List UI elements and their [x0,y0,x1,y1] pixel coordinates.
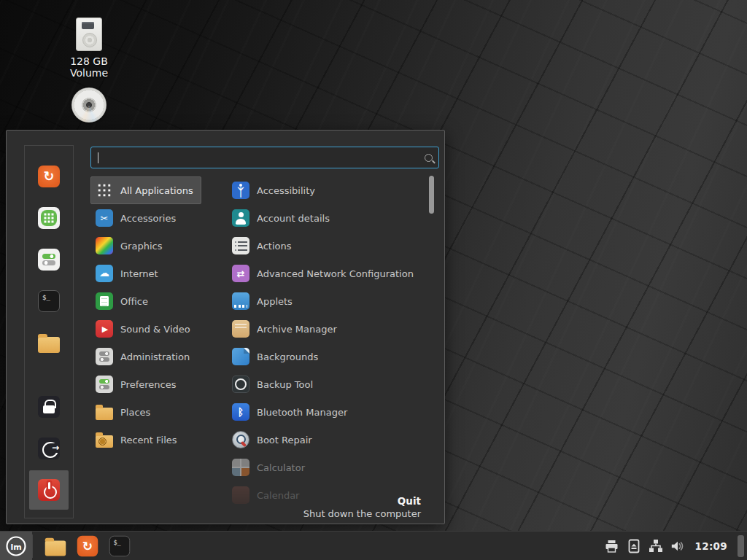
app-label: Calculator [257,462,305,473]
settings-icon [38,249,60,271]
advanced-network-icon [232,265,249,282]
category-label: Office [120,296,148,307]
administration-icon [96,348,113,365]
mint-logo-icon: lm [5,535,27,557]
category-list: All ApplicationsAccessoriesGraphicsInter… [90,176,214,454]
app-item-bluetooth-manager[interactable]: Bluetooth Manager [227,398,355,426]
desktop-wallpaper: 128 GB Volume All ApplicationsAccessorie… [0,0,747,560]
app-item-calendar[interactable]: Calendar [227,481,307,509]
app-item-boot-repair[interactable]: Boot Repair [227,426,320,454]
category-item-all-applications[interactable]: All Applications [90,176,201,204]
application-list: AccessibilityAccount detailsActionsAdvan… [227,176,424,509]
launcher-terminal[interactable] [106,532,133,560]
app-label: Backup Tool [257,379,313,390]
category-label: Preferences [120,379,176,390]
calendar-icon [232,486,249,504]
menu-button[interactable]: lm [0,532,32,560]
lock-icon [38,396,60,418]
category-item-accessories[interactable]: Accessories [90,204,184,232]
applets-icon [232,292,249,310]
search-box[interactable] [90,147,439,168]
category-item-preferences[interactable]: Preferences [90,370,184,398]
logout-icon [38,438,60,459]
sidebar-button-software-manager[interactable] [29,198,69,238]
text-cursor [98,152,98,163]
backup-tool-icon [232,376,249,393]
category-item-administration[interactable]: Administration [90,343,198,370]
app-label: Actions [257,241,292,252]
system-tray: 12:09 [605,535,747,557]
sidebar-button-files[interactable] [29,323,69,362]
quit-block[interactable]: Quit Shut down the computer [303,495,421,519]
search-icon [425,154,433,162]
menu-scrollbar[interactable] [429,176,434,214]
terminal-icon [38,290,60,312]
firefox-icon [77,535,98,556]
category-item-places[interactable]: Places [90,398,158,426]
internet-icon [96,265,113,282]
archive-manager-icon [232,320,249,338]
menu-sidebar [24,145,74,518]
category-label: Recent Files [120,435,177,446]
app-item-actions[interactable]: Actions [227,232,300,260]
calculator-icon [232,459,249,476]
sidebar-button-settings[interactable] [29,240,69,279]
app-label: Archive Manager [257,324,337,335]
sidebar-button-firefox[interactable] [29,157,69,196]
category-item-recent-files[interactable]: Recent Files [90,426,185,454]
sidebar-button-terminal[interactable] [29,281,69,321]
firefox-icon [38,166,60,187]
category-item-sound-video[interactable]: Sound & Video [90,315,198,343]
search-input[interactable] [97,152,425,163]
app-item-backgrounds[interactable]: Backgrounds [227,343,326,370]
app-item-applets[interactable]: Applets [227,287,301,315]
desktop-icon-disc[interactable] [56,88,122,122]
app-label: Bluetooth Manager [257,407,347,418]
app-item-account-details[interactable]: Account details [227,204,338,232]
printer-icon[interactable] [605,539,619,553]
sidebar-button-logout[interactable] [29,429,69,468]
app-label: Applets [257,296,293,307]
graphics-icon [96,237,113,254]
files-icon [38,337,60,353]
svg-text:lm: lm [10,542,21,551]
category-item-graphics[interactable]: Graphics [90,232,170,260]
category-item-office[interactable]: Office [90,287,156,315]
office-icon [96,292,113,310]
category-label: Places [120,407,150,418]
sidebar-button-shutdown[interactable] [29,470,69,510]
volume-icon[interactable] [670,539,685,553]
app-label: Calendar [257,490,299,501]
application-menu: All ApplicationsAccessoriesGraphicsInter… [6,130,445,524]
bluetooth-manager-icon [232,403,249,421]
launcher-firefox[interactable] [74,532,101,560]
removable-media-icon[interactable] [627,539,641,553]
desktop-icon-volume[interactable]: 128 GB Volume [56,18,122,79]
category-item-internet[interactable]: Internet [90,260,166,287]
launcher-files[interactable] [42,532,69,560]
app-item-advanced-network-configuration[interactable]: Advanced Network Configuration [227,260,422,287]
category-label: Administration [120,351,190,362]
category-label: All Applications [120,185,193,196]
app-label: Accessibility [257,185,315,196]
app-label: Advanced Network Configuration [257,268,414,279]
app-label: Backgrounds [257,351,318,362]
app-label: Account details [257,213,330,224]
panel-clock[interactable]: 12:09 [695,540,727,552]
accessories-icon [96,209,113,227]
volume-icon-label: 128 GB Volume [56,55,122,79]
software-manager-icon [38,207,60,229]
app-item-calculator[interactable]: Calculator [227,454,313,481]
app-item-backup-tool[interactable]: Backup Tool [227,370,321,398]
app-item-accessibility[interactable]: Accessibility [227,176,323,204]
cd-disc-icon [71,88,107,122]
sidebar-button-lock[interactable] [29,387,69,427]
app-label: Boot Repair [257,435,312,446]
terminal-icon [109,535,131,556]
network-icon[interactable] [649,539,663,553]
all-applications-icon [97,183,112,198]
quit-sublabel: Shut down the computer [303,508,421,519]
show-desktop-handle[interactable] [738,535,744,557]
app-item-archive-manager[interactable]: Archive Manager [227,315,345,343]
boot-repair-icon [232,431,249,448]
